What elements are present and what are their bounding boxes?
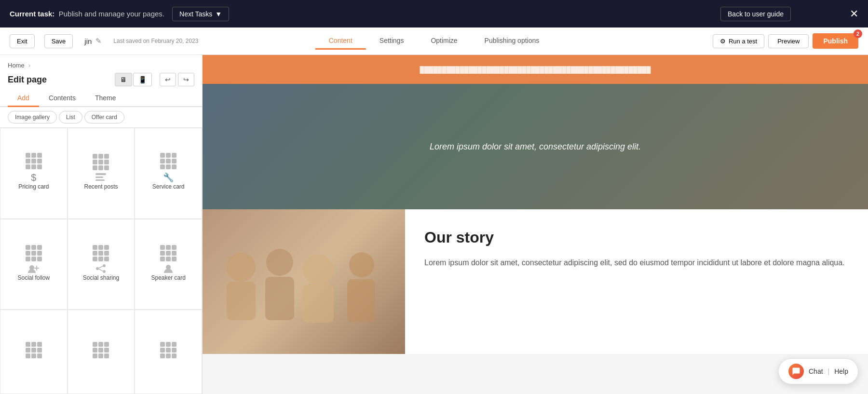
sub-tab-image-gallery[interactable]: Image gallery [8,111,57,123]
svg-rect-0 [95,173,106,175]
preview-story-image [203,209,405,354]
back-user-guide-label: Back to user guide [728,10,784,18]
chat-divider: | [828,367,830,375]
module-pricing-card[interactable]: $ Pricing card [0,128,68,219]
svg-point-12 [303,254,334,285]
module-placeholder-9[interactable] [135,310,202,394]
svg-rect-17 [347,279,375,322]
tab-optimize[interactable]: Optimize [417,33,471,50]
chat-bubble[interactable]: Chat | Help [778,358,858,384]
current-task-prefix: Current task: [10,10,54,18]
sidebar-tab-contents[interactable]: Contents [39,90,85,107]
hero-text: Lorem ipsum dolor sit amet, consectetur … [430,142,641,152]
undo-button[interactable]: ↩ [160,73,176,86]
chat-label: Chat [809,367,823,375]
next-tasks-button[interactable]: Next Tasks ▼ [172,7,229,21]
social-sharing-label: Social sharing [83,274,119,281]
sidebar-tab-add[interactable]: Add [8,90,39,107]
desktop-view-button[interactable]: 🖥 [115,73,132,86]
redo-button[interactable]: ↪ [178,73,194,86]
run-test-label: Run a test [729,38,757,45]
svg-point-4 [103,264,106,267]
preview-button[interactable]: Preview [768,34,809,48]
nav-tabs: Content Settings Optimize Publishing opt… [315,33,553,50]
social-follow-label: Social follow [17,274,50,281]
preview-banner-text: ████████████████████████████████████████… [420,66,651,73]
service-card-icon: 🔧 [157,156,180,179]
placeholder-7-icon [22,339,45,362]
breadcrumb-home[interactable]: Home [8,62,25,69]
save-label: Save [52,38,66,45]
module-placeholder-7[interactable] [0,310,68,394]
run-test-button[interactable]: ⚙ Run a test [713,34,764,48]
speaker-card-icon [157,247,180,271]
recent-posts-icon [89,156,112,179]
exit-button[interactable]: Exit [10,34,35,48]
service-card-label: Service card [152,183,185,190]
svg-point-11 [266,249,293,276]
chevron-down-icon: ▼ [215,10,222,18]
svg-rect-16 [303,284,334,323]
exit-label: Exit [17,38,27,45]
undo-icon: ↩ [165,76,171,83]
svg-point-5 [103,270,106,273]
preview-label: Preview [777,38,800,45]
placeholder-8-icon [89,339,112,362]
page-name: jin [84,37,92,45]
sub-tab-offer-card[interactable]: Offer card [84,111,124,123]
task-label: Current task: Publish and manage your pa… [10,10,164,18]
tab-settings[interactable]: Settings [366,33,418,50]
sidebar-tab-theme[interactable]: Theme [85,90,126,107]
chat-icon [788,364,804,379]
redo-icon: ↪ [183,76,189,83]
back-user-guide-button[interactable]: Back to user guide [720,7,791,21]
next-tasks-label: Next Tasks [179,10,212,18]
svg-point-13 [349,252,374,277]
social-sharing-icon [89,247,112,271]
sidebar-tabs: Add Contents Theme [0,90,202,107]
preview-banner: ████████████████████████████████████████… [203,55,868,84]
module-service-card[interactable]: 🔧 Service card [135,128,202,219]
publish-button[interactable]: Publish 2 [813,33,858,49]
save-button[interactable]: Save [44,34,73,48]
page-edit-title: Edit page [8,75,47,85]
story-image-inner [203,209,405,354]
page-content: ████████████████████████████████████████… [203,55,868,394]
close-button[interactable]: ✕ [850,8,858,20]
module-social-sharing[interactable]: Social sharing [68,219,135,310]
tab-content[interactable]: Content [315,33,366,50]
main-layout: Home › Edit page 🖥 📱 ↩ [0,55,868,394]
edit-icon: ✎ [95,37,102,45]
module-speaker-card[interactable]: Speaker card [135,219,202,310]
right-toolbar: ⚙ Run a test Preview Publish 2 [713,33,858,49]
tab-publishing-options[interactable]: Publishing options [471,33,553,50]
help-label: Help [834,367,848,375]
module-placeholder-8[interactable] [68,310,135,394]
mobile-icon: 📱 [138,76,147,83]
social-follow-icon [22,247,45,271]
breadcrumb: Home › [0,55,202,73]
svg-line-7 [99,269,103,271]
page-name-area: jin ✎ [84,37,102,45]
svg-rect-15 [265,277,294,320]
preview-story-section: Our story Lorem ipsum dolor sit amet, co… [203,209,868,354]
desktop-icon: 🖥 [120,76,127,83]
sidebar: Home › Edit page 🖥 📱 ↩ [0,55,203,394]
pricing-card-icon: $ [22,156,45,179]
module-grid: $ Pricing card [0,128,202,394]
current-task-text: Publish and manage your pages. [59,10,164,18]
module-recent-posts[interactable]: Recent posts [68,128,135,219]
run-test-icon: ⚙ [720,38,726,45]
pricing-card-label: Pricing card [18,183,49,190]
editor-toolbar: Exit Save jin ✎ Last saved on February 2… [0,27,868,55]
svg-point-6 [96,267,99,270]
svg-rect-14 [227,282,256,320]
module-social-follow[interactable]: Social follow [0,219,68,310]
breadcrumb-separator: › [28,62,30,69]
edit-page-name-button[interactable]: ✎ [95,37,102,45]
mobile-view-button[interactable]: 📱 [133,73,152,86]
svg-rect-1 [95,177,103,178]
sub-tab-list[interactable]: List [59,111,82,123]
sub-tabs: Image gallery List Offer card [0,107,202,128]
speaker-card-label: Speaker card [151,274,185,281]
